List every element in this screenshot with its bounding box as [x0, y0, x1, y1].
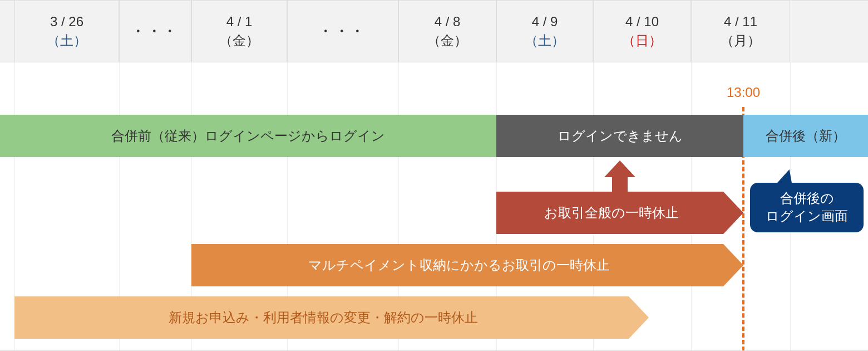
bar-label: ログインできません: [558, 127, 683, 145]
bar-label: お取引全般の一時休止: [544, 204, 696, 222]
date-label: 4 / 11: [724, 12, 757, 31]
arrow-stem: [612, 176, 628, 193]
date-col-4-10: 4 / 10 （日）: [593, 1, 691, 62]
arrow-multipayment-suspended: マルチペイメント収納にかかるお取引の一時休止: [191, 244, 743, 286]
date-label: 4 / 1: [226, 12, 253, 31]
ellipsis-label: ・・・: [131, 22, 179, 41]
timeline-chart: 3 / 26 （土） ・・・ 4 / 1 （金） ・・・ 4 / 8 （金） 4…: [0, 0, 868, 351]
date-label: 4 / 9: [532, 12, 558, 31]
date-header-row: 3 / 26 （土） ・・・ 4 / 1 （金） ・・・ 4 / 8 （金） 4…: [0, 0, 868, 62]
time-marker-label: 13:00: [721, 85, 766, 100]
date-label: 3 / 26: [50, 12, 83, 31]
bar-label: マルチペイメント収納にかかるお取引の一時休止: [308, 256, 627, 274]
arrow-signup-change-cancel-suspended: 新規お申込み・利用者情報の変更・解約の一時休止: [14, 296, 649, 339]
arrow-all-transactions-suspended: お取引全般の一時休止: [496, 192, 743, 234]
date-col-4-9: 4 / 9 （土）: [496, 1, 593, 62]
ellipsis-label: ・・・: [319, 22, 367, 41]
chevron-up-icon: [604, 160, 635, 177]
dow-label: （月）: [721, 31, 761, 50]
bubble-tail-icon: [776, 169, 797, 184]
bubble-text: 合併後の ログイン画面: [766, 191, 848, 223]
date-label: 4 / 8: [435, 12, 461, 31]
dow-label: （日）: [622, 31, 662, 50]
date-col-ellipsis-2: ・・・: [287, 1, 398, 62]
dow-label: （金）: [219, 31, 259, 50]
date-col-4-11: 4 / 11 （月）: [691, 1, 790, 62]
bar-pre-merger-login: 合併前（従来）ログインページからログイン: [0, 115, 496, 157]
date-col-ellipsis-1: ・・・: [119, 1, 191, 62]
bar-post-merger-login: 合併後（新）: [743, 115, 868, 157]
bar-label: 合併前（従来）ログインページからログイン: [111, 127, 385, 145]
date-label: 4 / 10: [625, 12, 659, 31]
post-merger-login-bubble: 合併後の ログイン画面: [750, 183, 864, 232]
bar-login-unavailable: ログインできません: [496, 115, 743, 157]
date-col-4-1: 4 / 1 （金）: [191, 1, 287, 62]
bar-label: 新規お申込み・利用者情報の変更・解約の一時休止: [169, 309, 495, 326]
date-col-4-8: 4 / 8 （金）: [398, 1, 496, 62]
date-col-3-26: 3 / 26 （土）: [14, 1, 119, 62]
dow-label: （土）: [47, 31, 87, 50]
dow-label: （土）: [525, 31, 565, 50]
bar-label: 合併後（新）: [766, 127, 846, 145]
dow-label: （金）: [427, 31, 467, 50]
